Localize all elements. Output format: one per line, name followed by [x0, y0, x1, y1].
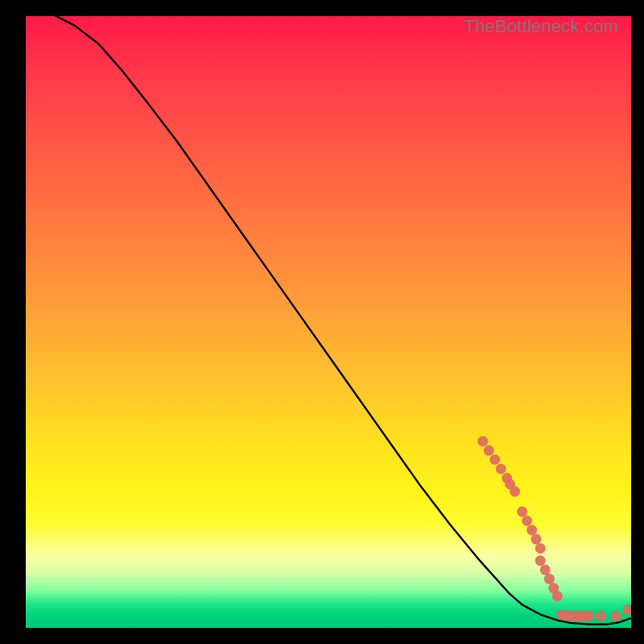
data-marker: [535, 543, 546, 554]
data-marker: [510, 486, 520, 497]
data-marker: [552, 591, 563, 601]
marker-group: [477, 436, 631, 621]
data-marker: [526, 525, 537, 535]
data-marker: [584, 610, 594, 621]
data-marker: [623, 605, 631, 615]
data-marker: [496, 464, 506, 474]
data-marker: [530, 534, 541, 544]
data-marker: [596, 610, 606, 621]
data-marker: [611, 610, 621, 621]
data-marker: [535, 555, 546, 566]
data-marker: [540, 564, 551, 575]
chart-stage: TheBottleneck.com: [0, 0, 644, 644]
curve-line: [56, 16, 631, 624]
plot-area: TheBottleneck.com: [26, 16, 631, 628]
chart-overlay: [26, 16, 631, 628]
data-marker: [522, 516, 532, 526]
data-marker: [517, 506, 527, 517]
data-marker: [477, 436, 488, 447]
data-marker: [484, 445, 494, 456]
data-marker: [489, 455, 500, 465]
data-marker: [544, 574, 555, 584]
